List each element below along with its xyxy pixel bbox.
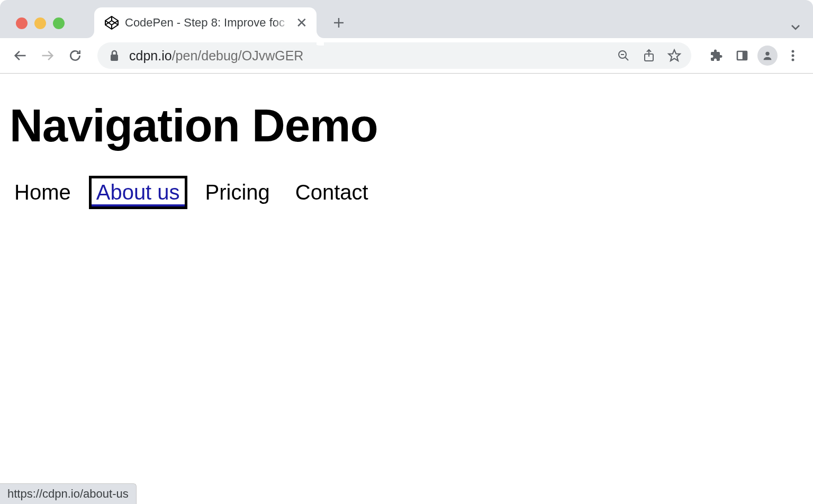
browser-tab[interactable]: CodePen - Step 8: Improve foc ✕ — [94, 7, 317, 38]
reload-button[interactable] — [64, 44, 87, 67]
window-minimize-button[interactable] — [34, 17, 46, 29]
zoom-out-icon[interactable] — [611, 44, 636, 67]
svg-point-19 — [792, 55, 794, 57]
svg-rect-16 — [743, 51, 747, 60]
browser-toolbar: cdpn.io/pen/debug/OJvwGER — [0, 38, 813, 73]
nav-link-about-us[interactable]: About us — [92, 178, 185, 206]
status-bar: https://cdpn.io/about-us — [0, 483, 137, 504]
page-title: Navigation Demo — [10, 99, 802, 152]
window-maximize-button[interactable] — [53, 17, 65, 29]
new-tab-button[interactable] — [327, 11, 350, 34]
share-icon[interactable] — [636, 44, 662, 67]
svg-point-17 — [765, 52, 769, 56]
extensions-icon[interactable] — [705, 44, 728, 67]
tab-close-button[interactable]: ✕ — [295, 16, 308, 30]
main-nav: Home About us Pricing Contact — [10, 178, 802, 206]
browser-chrome: CodePen - Step 8: Improve foc ✕ — [0, 0, 813, 74]
nav-link-contact[interactable]: Contact — [291, 178, 373, 205]
kebab-menu-icon[interactable] — [781, 44, 805, 67]
profile-button[interactable] — [756, 44, 779, 67]
avatar-icon — [757, 46, 778, 66]
tab-strip: CodePen - Step 8: Improve foc ✕ — [0, 0, 813, 38]
side-panel-icon[interactable] — [730, 44, 754, 67]
url-text: cdpn.io/pen/debug/OJvwGER — [129, 48, 611, 64]
omnibox-actions — [611, 44, 687, 67]
svg-rect-7 — [111, 55, 118, 61]
toolbar-right-actions — [705, 44, 805, 67]
codepen-favicon-icon — [105, 16, 119, 30]
url-path: /pen/debug/OJvwGER — [172, 48, 304, 63]
tab-title: CodePen - Step 8: Improve foc — [125, 16, 290, 30]
nav-link-pricing[interactable]: Pricing — [201, 178, 275, 205]
address-bar[interactable]: cdpn.io/pen/debug/OJvwGER — [97, 42, 691, 69]
lock-icon — [109, 50, 120, 61]
svg-marker-13 — [669, 50, 680, 61]
tabs-dropdown-button[interactable] — [790, 21, 801, 33]
nav-link-home[interactable]: Home — [10, 178, 76, 205]
svg-point-18 — [792, 50, 794, 53]
url-domain: cdpn.io — [129, 48, 172, 63]
bookmark-star-icon[interactable] — [662, 44, 687, 67]
back-button[interactable] — [8, 44, 32, 67]
svg-point-20 — [792, 59, 794, 61]
svg-line-9 — [625, 57, 628, 60]
page-content: Navigation Demo Home About us Pricing Co… — [0, 74, 813, 206]
window-close-button[interactable] — [16, 17, 28, 29]
forward-button[interactable] — [36, 44, 59, 67]
window-controls — [16, 17, 65, 29]
